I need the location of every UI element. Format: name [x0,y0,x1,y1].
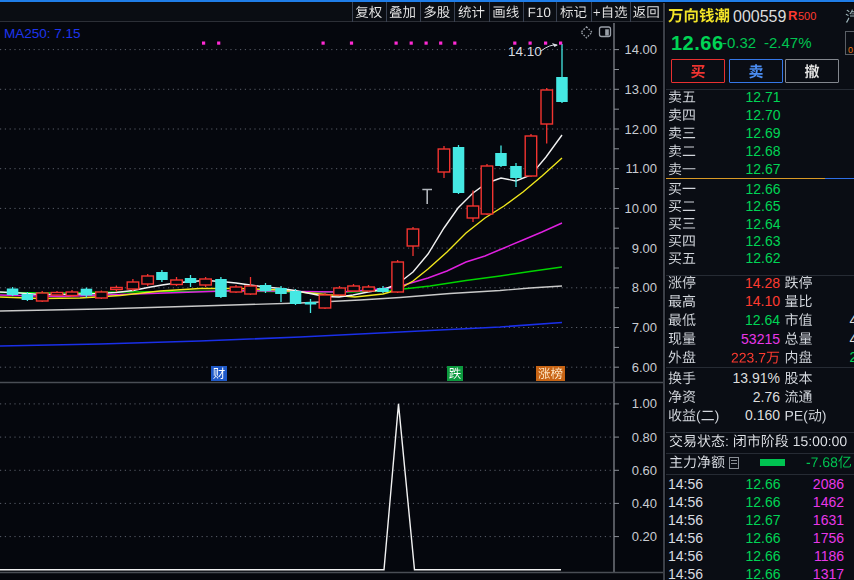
svg-text:14.00: 14.00 [624,42,657,57]
svg-text:12.00: 12.00 [624,122,657,137]
svg-text:0.60: 0.60 [632,463,657,478]
svg-text:9.00: 9.00 [632,241,657,256]
svg-text:7.00: 7.00 [632,320,657,335]
svg-text:8.00: 8.00 [632,280,657,295]
svg-text:1.00: 1.00 [632,396,657,411]
svg-text:0.20: 0.20 [632,529,657,544]
svg-text:MA250: 7.15: MA250: 7.15 [4,26,81,41]
svg-text:13.00: 13.00 [624,82,657,97]
svg-text:0.40: 0.40 [632,496,657,511]
svg-text:14.10: 14.10 [508,44,542,59]
svg-text:10.00: 10.00 [624,201,657,216]
svg-text:0.80: 0.80 [632,430,657,445]
svg-text:11.00: 11.00 [625,161,657,176]
svg-text:6.00: 6.00 [632,360,657,375]
